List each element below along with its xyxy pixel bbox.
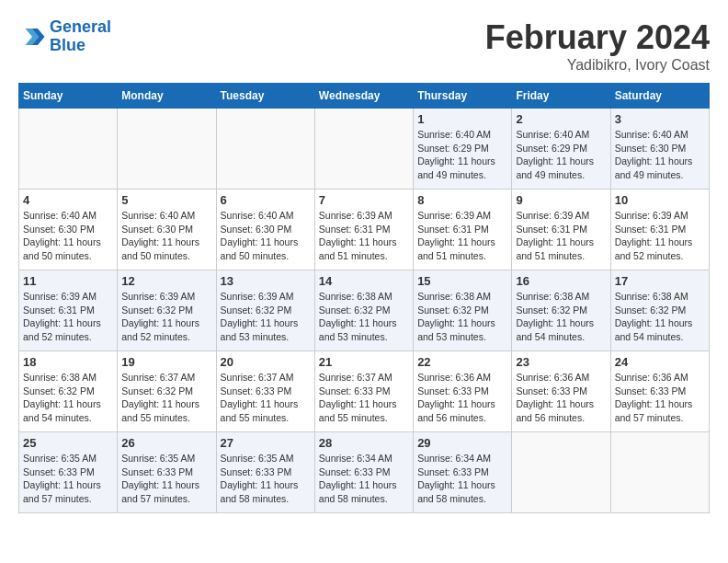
calendar-week-row: 1Sunrise: 6:40 AMSunset: 6:29 PMDaylight… bbox=[19, 109, 710, 190]
day-number: 2 bbox=[516, 112, 606, 126]
logo-line2: Blue bbox=[50, 36, 85, 54]
day-number: 24 bbox=[615, 355, 705, 369]
day-number: 13 bbox=[221, 274, 311, 288]
day-info: Sunrise: 6:36 AMSunset: 6:33 PMDaylight:… bbox=[417, 371, 507, 425]
day-number: 22 bbox=[417, 355, 507, 369]
column-header-thursday: Thursday bbox=[414, 84, 512, 109]
day-info: Sunrise: 6:39 AMSunset: 6:31 PMDaylight:… bbox=[319, 209, 409, 263]
day-number: 19 bbox=[121, 355, 211, 369]
page-header: General Blue February 2024 Yadibikro, Iv… bbox=[18, 18, 710, 74]
day-info: Sunrise: 6:39 AMSunset: 6:31 PMDaylight:… bbox=[615, 209, 705, 263]
calendar-cell: 26Sunrise: 6:35 AMSunset: 6:33 PMDayligh… bbox=[118, 432, 216, 513]
day-number: 4 bbox=[23, 193, 113, 207]
day-info: Sunrise: 6:39 AMSunset: 6:32 PMDaylight:… bbox=[221, 290, 311, 344]
day-number: 10 bbox=[615, 193, 705, 207]
day-number: 17 bbox=[615, 274, 705, 288]
calendar-cell: 28Sunrise: 6:34 AMSunset: 6:33 PMDayligh… bbox=[314, 432, 413, 513]
day-info: Sunrise: 6:40 AMSunset: 6:29 PMDaylight:… bbox=[516, 128, 606, 182]
day-info: Sunrise: 6:38 AMSunset: 6:32 PMDaylight:… bbox=[23, 371, 113, 425]
day-info: Sunrise: 6:37 AMSunset: 6:33 PMDaylight:… bbox=[221, 371, 311, 425]
calendar-cell: 13Sunrise: 6:39 AMSunset: 6:32 PMDayligh… bbox=[216, 270, 314, 351]
column-header-sunday: Sunday bbox=[19, 84, 118, 109]
calendar-cell bbox=[610, 432, 709, 513]
day-info: Sunrise: 6:39 AMSunset: 6:31 PMDaylight:… bbox=[417, 209, 507, 263]
day-number: 20 bbox=[221, 355, 311, 369]
day-info: Sunrise: 6:35 AMSunset: 6:33 PMDaylight:… bbox=[23, 452, 113, 506]
calendar-cell bbox=[216, 109, 314, 190]
column-header-saturday: Saturday bbox=[610, 84, 709, 109]
day-info: Sunrise: 6:39 AMSunset: 6:31 PMDaylight:… bbox=[23, 290, 113, 344]
calendar-table: SundayMondayTuesdayWednesdayThursdayFrid… bbox=[18, 83, 710, 513]
logo: General Blue bbox=[18, 18, 111, 55]
logo-icon bbox=[18, 23, 46, 51]
calendar-cell: 27Sunrise: 6:35 AMSunset: 6:33 PMDayligh… bbox=[216, 432, 314, 513]
calendar-cell bbox=[19, 109, 118, 190]
calendar-week-row: 18Sunrise: 6:38 AMSunset: 6:32 PMDayligh… bbox=[19, 351, 710, 432]
logo-text: General Blue bbox=[50, 18, 111, 55]
calendar-cell: 4Sunrise: 6:40 AMSunset: 6:30 PMDaylight… bbox=[19, 190, 118, 270]
calendar-cell: 25Sunrise: 6:35 AMSunset: 6:33 PMDayligh… bbox=[19, 432, 118, 513]
day-info: Sunrise: 6:39 AMSunset: 6:32 PMDaylight:… bbox=[121, 290, 211, 344]
day-info: Sunrise: 6:39 AMSunset: 6:31 PMDaylight:… bbox=[516, 209, 606, 263]
day-number: 27 bbox=[221, 436, 311, 450]
calendar-cell: 15Sunrise: 6:38 AMSunset: 6:32 PMDayligh… bbox=[414, 270, 512, 351]
calendar-cell: 14Sunrise: 6:38 AMSunset: 6:32 PMDayligh… bbox=[314, 270, 413, 351]
day-info: Sunrise: 6:38 AMSunset: 6:32 PMDaylight:… bbox=[516, 290, 606, 344]
calendar-cell: 1Sunrise: 6:40 AMSunset: 6:29 PMDaylight… bbox=[414, 109, 512, 190]
day-number: 25 bbox=[23, 436, 113, 450]
day-number: 9 bbox=[516, 193, 606, 207]
day-info: Sunrise: 6:35 AMSunset: 6:33 PMDaylight:… bbox=[221, 452, 311, 506]
calendar-cell: 11Sunrise: 6:39 AMSunset: 6:31 PMDayligh… bbox=[19, 270, 118, 351]
day-info: Sunrise: 6:40 AMSunset: 6:30 PMDaylight:… bbox=[221, 209, 311, 263]
day-number: 11 bbox=[23, 274, 113, 288]
calendar-cell: 22Sunrise: 6:36 AMSunset: 6:33 PMDayligh… bbox=[414, 351, 512, 432]
day-info: Sunrise: 6:34 AMSunset: 6:33 PMDaylight:… bbox=[417, 452, 507, 506]
calendar-cell: 21Sunrise: 6:37 AMSunset: 6:33 PMDayligh… bbox=[314, 351, 413, 432]
calendar-header-row: SundayMondayTuesdayWednesdayThursdayFrid… bbox=[19, 84, 710, 109]
day-number: 8 bbox=[417, 193, 507, 207]
calendar-cell: 19Sunrise: 6:37 AMSunset: 6:32 PMDayligh… bbox=[118, 351, 216, 432]
day-number: 6 bbox=[221, 193, 311, 207]
calendar-cell: 5Sunrise: 6:40 AMSunset: 6:30 PMDaylight… bbox=[118, 190, 216, 270]
day-info: Sunrise: 6:37 AMSunset: 6:32 PMDaylight:… bbox=[121, 371, 211, 425]
calendar-cell: 9Sunrise: 6:39 AMSunset: 6:31 PMDaylight… bbox=[512, 190, 610, 270]
logo-line1: General bbox=[50, 17, 111, 36]
column-header-wednesday: Wednesday bbox=[314, 84, 413, 109]
day-info: Sunrise: 6:36 AMSunset: 6:33 PMDaylight:… bbox=[516, 371, 606, 425]
calendar-cell bbox=[118, 109, 216, 190]
day-number: 1 bbox=[417, 112, 507, 126]
day-info: Sunrise: 6:38 AMSunset: 6:32 PMDaylight:… bbox=[615, 290, 705, 344]
calendar-cell: 23Sunrise: 6:36 AMSunset: 6:33 PMDayligh… bbox=[512, 351, 610, 432]
calendar-cell bbox=[512, 432, 610, 513]
calendar-cell: 16Sunrise: 6:38 AMSunset: 6:32 PMDayligh… bbox=[512, 270, 610, 351]
month-title: February 2024 bbox=[485, 18, 710, 57]
calendar-week-row: 11Sunrise: 6:39 AMSunset: 6:31 PMDayligh… bbox=[19, 270, 710, 351]
column-header-tuesday: Tuesday bbox=[216, 84, 314, 109]
calendar-cell: 20Sunrise: 6:37 AMSunset: 6:33 PMDayligh… bbox=[216, 351, 314, 432]
calendar-cell: 17Sunrise: 6:38 AMSunset: 6:32 PMDayligh… bbox=[610, 270, 709, 351]
day-info: Sunrise: 6:40 AMSunset: 6:30 PMDaylight:… bbox=[121, 209, 211, 263]
column-header-monday: Monday bbox=[118, 84, 216, 109]
day-info: Sunrise: 6:37 AMSunset: 6:33 PMDaylight:… bbox=[319, 371, 409, 425]
calendar-cell bbox=[314, 109, 413, 190]
calendar-week-row: 4Sunrise: 6:40 AMSunset: 6:30 PMDaylight… bbox=[19, 190, 710, 270]
calendar-cell: 18Sunrise: 6:38 AMSunset: 6:32 PMDayligh… bbox=[19, 351, 118, 432]
location-subtitle: Yadibikro, Ivory Coast bbox=[485, 57, 710, 74]
day-info: Sunrise: 6:38 AMSunset: 6:32 PMDaylight:… bbox=[319, 290, 409, 344]
day-info: Sunrise: 6:35 AMSunset: 6:33 PMDaylight:… bbox=[121, 452, 211, 506]
day-info: Sunrise: 6:40 AMSunset: 6:29 PMDaylight:… bbox=[417, 128, 507, 182]
day-number: 7 bbox=[319, 193, 409, 207]
day-info: Sunrise: 6:40 AMSunset: 6:30 PMDaylight:… bbox=[615, 128, 705, 182]
calendar-cell: 6Sunrise: 6:40 AMSunset: 6:30 PMDaylight… bbox=[216, 190, 314, 270]
calendar-cell: 10Sunrise: 6:39 AMSunset: 6:31 PMDayligh… bbox=[610, 190, 709, 270]
day-number: 15 bbox=[417, 274, 507, 288]
day-number: 21 bbox=[319, 355, 409, 369]
title-block: February 2024 Yadibikro, Ivory Coast bbox=[485, 18, 710, 74]
column-header-friday: Friday bbox=[512, 84, 610, 109]
calendar-cell: 3Sunrise: 6:40 AMSunset: 6:30 PMDaylight… bbox=[610, 109, 709, 190]
day-number: 26 bbox=[121, 436, 211, 450]
day-info: Sunrise: 6:40 AMSunset: 6:30 PMDaylight:… bbox=[23, 209, 113, 263]
calendar-cell: 8Sunrise: 6:39 AMSunset: 6:31 PMDaylight… bbox=[414, 190, 512, 270]
day-number: 28 bbox=[319, 436, 409, 450]
day-info: Sunrise: 6:38 AMSunset: 6:32 PMDaylight:… bbox=[417, 290, 507, 344]
